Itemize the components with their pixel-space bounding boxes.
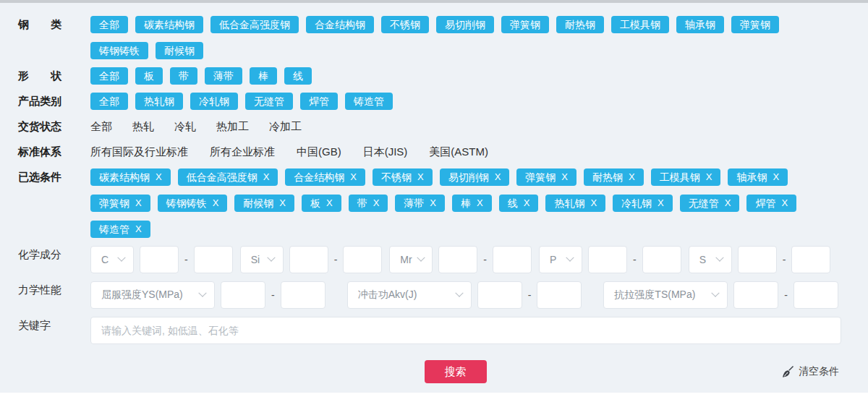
remove-tag-icon[interactable]: X <box>350 168 357 186</box>
remove-tag-icon[interactable]: X <box>477 195 483 212</box>
element-min-input[interactable] <box>289 246 328 273</box>
remove-tag-icon[interactable]: X <box>263 168 270 186</box>
steel-category-chip[interactable]: 铸钢铸铁 <box>90 42 148 59</box>
product-type-chip[interactable]: 全部 <box>90 93 128 110</box>
remove-tag-icon[interactable]: X <box>524 195 530 212</box>
product-type-chip[interactable]: 冷轧钢 <box>190 93 238 110</box>
keyword-input[interactable] <box>90 317 841 344</box>
element-select[interactable]: C <box>90 246 134 273</box>
selected-tag[interactable]: 低合金高强度钢 X <box>178 168 278 186</box>
shape-chip[interactable]: 全部 <box>90 67 128 85</box>
remove-tag-icon[interactable]: X <box>706 168 712 186</box>
shape-chip[interactable]: 板 <box>135 67 163 85</box>
steel-category-chip[interactable]: 易切削钢 <box>436 16 494 33</box>
clear-conditions-button[interactable]: 清空条件 <box>782 360 839 383</box>
delivery-state-option[interactable]: 热轧 <box>132 118 154 135</box>
remove-tag-icon[interactable]: X <box>590 195 597 212</box>
remove-tag-icon[interactable]: X <box>135 195 142 212</box>
shape-chip[interactable]: 带 <box>170 67 197 85</box>
property-select[interactable]: 冲击功Akv(J) <box>347 281 472 309</box>
element-min-input[interactable] <box>140 246 179 273</box>
selected-tag[interactable]: 不锈钢 X <box>373 168 433 186</box>
selected-tag[interactable]: 易切削钢 X <box>440 168 510 186</box>
selected-tag[interactable]: 冷轧钢 X <box>613 195 673 212</box>
property-max-input[interactable] <box>537 281 582 309</box>
property-min-input[interactable] <box>221 281 265 309</box>
remove-tag-icon[interactable]: X <box>135 221 142 238</box>
element-min-input[interactable] <box>738 246 777 273</box>
standard-system-option[interactable]: 美国(ASTM) <box>429 143 488 161</box>
standard-system-option[interactable]: 所有企业标准 <box>210 143 275 161</box>
steel-category-chip[interactable]: 耐候钢 <box>156 42 203 59</box>
steel-category-chip[interactable]: 碳素结构钢 <box>135 16 203 33</box>
selected-tag[interactable]: 弹簧钢 X <box>516 168 576 186</box>
property-select[interactable]: 屈服强度YS(MPa) <box>90 281 215 309</box>
remove-tag-icon[interactable]: X <box>213 195 219 212</box>
delivery-state-option[interactable]: 全部 <box>90 118 112 135</box>
product-type-chip[interactable]: 铸造管 <box>345 93 393 110</box>
remove-tag-icon[interactable]: X <box>725 195 731 212</box>
shape-chip[interactable]: 薄带 <box>205 67 242 85</box>
element-max-input[interactable] <box>642 246 681 273</box>
selected-tag[interactable]: 轴承钢 X <box>728 168 788 186</box>
selected-tag[interactable]: 铸钢铸铁 X <box>158 195 228 212</box>
steel-category-chip[interactable]: 全部 <box>90 16 128 33</box>
steel-category-chip[interactable]: 工模具钢 <box>611 16 669 33</box>
element-max-input[interactable] <box>791 246 830 273</box>
product-type-chip[interactable]: 焊管 <box>300 93 338 110</box>
selected-tag[interactable]: 线 X <box>499 195 539 212</box>
remove-tag-icon[interactable]: X <box>561 168 568 186</box>
steel-category-chip[interactable]: 弹簧钢 <box>731 16 779 33</box>
remove-tag-icon[interactable]: X <box>326 195 333 212</box>
steel-category-chip[interactable]: 耐热钢 <box>556 16 604 33</box>
element-select[interactable]: S <box>689 246 732 273</box>
steel-category-chip[interactable]: 低合金高强度钢 <box>210 16 299 33</box>
steel-category-chip[interactable]: 不锈钢 <box>381 16 429 33</box>
steel-category-chip[interactable]: 轴承钢 <box>676 16 724 33</box>
selected-tag[interactable]: 薄带 X <box>395 195 445 212</box>
product-type-chip[interactable]: 无缝管 <box>245 93 293 110</box>
selected-tag[interactable]: 弹簧钢 X <box>90 195 150 212</box>
element-min-input[interactable] <box>588 246 627 273</box>
selected-tag[interactable]: 铸造管 X <box>90 221 150 238</box>
remove-tag-icon[interactable]: X <box>373 195 380 212</box>
remove-tag-icon[interactable]: X <box>658 195 664 212</box>
element-min-input[interactable] <box>438 246 477 273</box>
property-select[interactable]: 抗拉强度TS(MPa) <box>603 281 728 309</box>
remove-tag-icon[interactable]: X <box>781 195 788 212</box>
selected-tag[interactable]: 无缝管 X <box>680 195 740 212</box>
shape-chip[interactable]: 线 <box>284 67 312 85</box>
delivery-state-option[interactable]: 冷轧 <box>174 118 196 135</box>
search-button[interactable]: 搜索 <box>425 360 487 383</box>
standard-system-option[interactable]: 中国(GB) <box>297 143 341 161</box>
steel-category-chip[interactable]: 弹簧钢 <box>501 16 549 33</box>
remove-tag-icon[interactable]: X <box>417 168 424 186</box>
selected-tag[interactable]: 工模具钢 X <box>651 168 721 186</box>
delivery-state-option[interactable]: 冷加工 <box>269 118 302 135</box>
shape-chip[interactable]: 棒 <box>250 67 277 85</box>
steel-category-chip[interactable]: 合金结构钢 <box>306 16 374 33</box>
element-select[interactable]: P <box>539 246 582 273</box>
remove-tag-icon[interactable]: X <box>495 168 501 186</box>
element-max-input[interactable] <box>343 246 382 273</box>
product-type-chip[interactable]: 热轧钢 <box>135 93 183 110</box>
selected-tag[interactable]: 焊管 X <box>746 195 796 212</box>
remove-tag-icon[interactable]: X <box>629 168 635 186</box>
standard-system-option[interactable]: 所有国际及行业标准 <box>90 143 188 161</box>
selected-tag[interactable]: 板 X <box>302 195 341 212</box>
remove-tag-icon[interactable]: X <box>279 195 286 212</box>
element-max-input[interactable] <box>194 246 233 273</box>
selected-tag[interactable]: 碳素结构钢 X <box>90 168 171 186</box>
selected-tag[interactable]: 棒 X <box>452 195 492 212</box>
property-max-input[interactable] <box>793 281 838 309</box>
selected-tag[interactable]: 耐候钢 X <box>234 195 294 212</box>
selected-tag[interactable]: 带 X <box>349 195 388 212</box>
property-min-input[interactable] <box>733 281 778 309</box>
selected-tag[interactable]: 热轧钢 X <box>545 195 605 212</box>
selected-tag[interactable]: 合金结构钢 X <box>285 168 365 186</box>
element-max-input[interactable] <box>493 246 532 273</box>
element-select[interactable]: Si <box>240 246 284 273</box>
delivery-state-option[interactable]: 热加工 <box>216 118 249 135</box>
selected-tag[interactable]: 耐热钢 X <box>584 168 644 186</box>
property-max-input[interactable] <box>281 281 326 309</box>
